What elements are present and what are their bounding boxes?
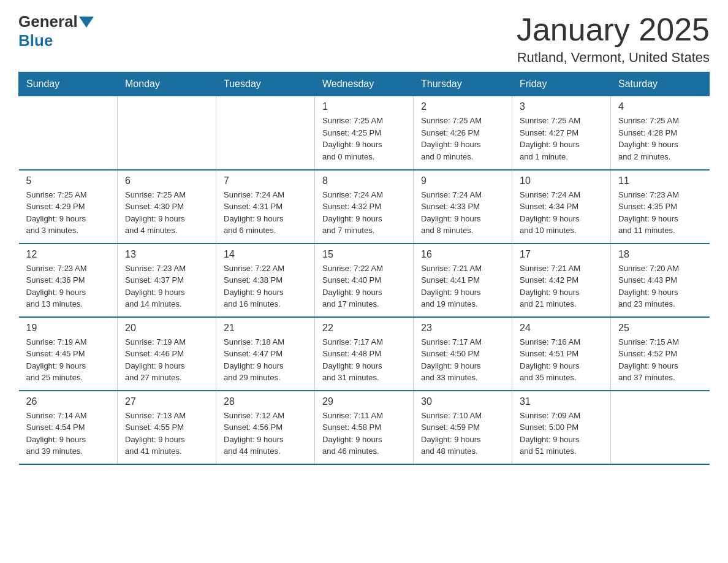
- day-info: Sunrise: 7:23 AMSunset: 4:36 PMDaylight:…: [26, 262, 110, 310]
- day-number: 23: [421, 323, 504, 334]
- day-number: 25: [618, 323, 702, 334]
- day-info: Sunrise: 7:25 AMSunset: 4:25 PMDaylight:…: [322, 115, 406, 163]
- day-info: Sunrise: 7:11 AMSunset: 4:58 PMDaylight:…: [322, 410, 406, 458]
- calendar-day-cell: 19Sunrise: 7:19 AMSunset: 4:45 PMDayligh…: [19, 317, 118, 391]
- calendar-day-cell: 24Sunrise: 7:16 AMSunset: 4:51 PMDayligh…: [512, 317, 611, 391]
- calendar-empty-cell: [611, 391, 710, 464]
- month-title: January 2025: [517, 12, 710, 47]
- day-number: 1: [322, 101, 406, 112]
- day-number: 10: [520, 175, 603, 186]
- day-info: Sunrise: 7:24 AMSunset: 4:33 PMDaylight:…: [421, 189, 504, 237]
- day-info: Sunrise: 7:23 AMSunset: 4:37 PMDaylight:…: [125, 262, 208, 310]
- day-number: 20: [125, 323, 208, 334]
- calendar-day-cell: 17Sunrise: 7:21 AMSunset: 4:42 PMDayligh…: [512, 243, 611, 317]
- calendar-week-row: 12Sunrise: 7:23 AMSunset: 4:36 PMDayligh…: [19, 243, 710, 317]
- calendar-header-tuesday: Tuesday: [216, 72, 315, 96]
- day-number: 28: [224, 396, 307, 407]
- day-info: Sunrise: 7:24 AMSunset: 4:31 PMDaylight:…: [224, 189, 307, 237]
- day-info: Sunrise: 7:23 AMSunset: 4:35 PMDaylight:…: [618, 189, 702, 237]
- calendar-day-cell: 13Sunrise: 7:23 AMSunset: 4:37 PMDayligh…: [118, 243, 216, 317]
- day-number: 11: [618, 175, 702, 186]
- day-info: Sunrise: 7:25 AMSunset: 4:29 PMDaylight:…: [26, 189, 110, 237]
- day-info: Sunrise: 7:25 AMSunset: 4:28 PMDaylight:…: [618, 115, 702, 163]
- day-number: 31: [520, 396, 603, 407]
- calendar-day-cell: 9Sunrise: 7:24 AMSunset: 4:33 PMDaylight…: [414, 170, 512, 243]
- day-number: 29: [322, 396, 406, 407]
- calendar-day-cell: 21Sunrise: 7:18 AMSunset: 4:47 PMDayligh…: [216, 317, 315, 391]
- day-info: Sunrise: 7:18 AMSunset: 4:47 PMDaylight:…: [224, 336, 307, 384]
- calendar-day-cell: 8Sunrise: 7:24 AMSunset: 4:32 PMDaylight…: [315, 170, 414, 243]
- day-number: 17: [520, 249, 603, 260]
- calendar-day-cell: 16Sunrise: 7:21 AMSunset: 4:41 PMDayligh…: [414, 243, 512, 317]
- day-number: 7: [224, 175, 307, 186]
- day-info: Sunrise: 7:21 AMSunset: 4:42 PMDaylight:…: [520, 262, 603, 310]
- calendar-week-row: 26Sunrise: 7:14 AMSunset: 4:54 PMDayligh…: [19, 391, 710, 464]
- day-number: 3: [520, 101, 603, 112]
- calendar-week-row: 1Sunrise: 7:25 AMSunset: 4:25 PMDaylight…: [19, 96, 710, 170]
- day-number: 6: [125, 175, 208, 186]
- day-number: 12: [26, 249, 110, 260]
- day-info: Sunrise: 7:13 AMSunset: 4:55 PMDaylight:…: [125, 410, 208, 458]
- day-info: Sunrise: 7:12 AMSunset: 4:56 PMDaylight:…: [224, 410, 307, 458]
- calendar-day-cell: 23Sunrise: 7:17 AMSunset: 4:50 PMDayligh…: [414, 317, 512, 391]
- day-number: 13: [125, 249, 208, 260]
- calendar-day-cell: 6Sunrise: 7:25 AMSunset: 4:30 PMDaylight…: [118, 170, 216, 243]
- calendar-table: SundayMondayTuesdayWednesdayThursdayFrid…: [18, 72, 710, 465]
- calendar-header-saturday: Saturday: [611, 72, 710, 96]
- calendar-day-cell: 4Sunrise: 7:25 AMSunset: 4:28 PMDaylight…: [611, 96, 710, 170]
- day-number: 27: [125, 396, 208, 407]
- day-info: Sunrise: 7:19 AMSunset: 4:45 PMDaylight:…: [26, 336, 110, 384]
- calendar-day-cell: 11Sunrise: 7:23 AMSunset: 4:35 PMDayligh…: [611, 170, 710, 243]
- day-number: 16: [421, 249, 504, 260]
- day-info: Sunrise: 7:15 AMSunset: 4:52 PMDaylight:…: [618, 336, 702, 384]
- day-info: Sunrise: 7:17 AMSunset: 4:50 PMDaylight:…: [421, 336, 504, 384]
- day-number: 2: [421, 101, 504, 112]
- calendar-day-cell: 18Sunrise: 7:20 AMSunset: 4:43 PMDayligh…: [611, 243, 710, 317]
- calendar-day-cell: 20Sunrise: 7:19 AMSunset: 4:46 PMDayligh…: [118, 317, 216, 391]
- day-number: 24: [520, 323, 603, 334]
- page-header: General Blue January 2025 Rutland, Vermo…: [18, 12, 710, 66]
- calendar-day-cell: 15Sunrise: 7:22 AMSunset: 4:40 PMDayligh…: [315, 243, 414, 317]
- calendar-day-cell: 28Sunrise: 7:12 AMSunset: 4:56 PMDayligh…: [216, 391, 315, 464]
- calendar-header-thursday: Thursday: [414, 72, 512, 96]
- calendar-day-cell: 29Sunrise: 7:11 AMSunset: 4:58 PMDayligh…: [315, 391, 414, 464]
- day-number: 19: [26, 323, 110, 334]
- day-info: Sunrise: 7:22 AMSunset: 4:38 PMDaylight:…: [224, 262, 307, 310]
- calendar-day-cell: 7Sunrise: 7:24 AMSunset: 4:31 PMDaylight…: [216, 170, 315, 243]
- calendar-header-monday: Monday: [118, 72, 216, 96]
- day-number: 14: [224, 249, 307, 260]
- calendar-day-cell: 26Sunrise: 7:14 AMSunset: 4:54 PMDayligh…: [19, 391, 118, 464]
- day-number: 22: [322, 323, 406, 334]
- day-info: Sunrise: 7:10 AMSunset: 4:59 PMDaylight:…: [421, 410, 504, 458]
- day-number: 9: [421, 175, 504, 186]
- day-number: 4: [618, 101, 702, 112]
- calendar-empty-cell: [216, 96, 315, 170]
- calendar-header-sunday: Sunday: [19, 72, 118, 96]
- calendar-day-cell: 31Sunrise: 7:09 AMSunset: 5:00 PMDayligh…: [512, 391, 611, 464]
- day-info: Sunrise: 7:09 AMSunset: 5:00 PMDaylight:…: [520, 410, 603, 458]
- calendar-empty-cell: [19, 96, 118, 170]
- title-section: January 2025 Rutland, Vermont, United St…: [517, 12, 710, 66]
- logo-blue-text: Blue: [18, 31, 53, 50]
- day-info: Sunrise: 7:25 AMSunset: 4:30 PMDaylight:…: [125, 189, 208, 237]
- day-number: 18: [618, 249, 702, 260]
- calendar-day-cell: 10Sunrise: 7:24 AMSunset: 4:34 PMDayligh…: [512, 170, 611, 243]
- logo-arrow-icon: [79, 17, 94, 28]
- calendar-header-row: SundayMondayTuesdayWednesdayThursdayFrid…: [19, 72, 710, 96]
- calendar-day-cell: 2Sunrise: 7:25 AMSunset: 4:26 PMDaylight…: [414, 96, 512, 170]
- day-info: Sunrise: 7:16 AMSunset: 4:51 PMDaylight:…: [520, 336, 603, 384]
- day-info: Sunrise: 7:22 AMSunset: 4:40 PMDaylight:…: [322, 262, 406, 310]
- logo-general-text: General: [18, 12, 78, 31]
- day-info: Sunrise: 7:19 AMSunset: 4:46 PMDaylight:…: [125, 336, 208, 384]
- calendar-day-cell: 3Sunrise: 7:25 AMSunset: 4:27 PMDaylight…: [512, 96, 611, 170]
- day-info: Sunrise: 7:25 AMSunset: 4:26 PMDaylight:…: [421, 115, 504, 163]
- location-subtitle: Rutland, Vermont, United States: [517, 50, 710, 66]
- day-info: Sunrise: 7:21 AMSunset: 4:41 PMDaylight:…: [421, 262, 504, 310]
- calendar-day-cell: 27Sunrise: 7:13 AMSunset: 4:55 PMDayligh…: [118, 391, 216, 464]
- calendar-day-cell: 1Sunrise: 7:25 AMSunset: 4:25 PMDaylight…: [315, 96, 414, 170]
- day-number: 21: [224, 323, 307, 334]
- calendar-header-wednesday: Wednesday: [315, 72, 414, 96]
- calendar-day-cell: 12Sunrise: 7:23 AMSunset: 4:36 PMDayligh…: [19, 243, 118, 317]
- calendar-day-cell: 22Sunrise: 7:17 AMSunset: 4:48 PMDayligh…: [315, 317, 414, 391]
- day-info: Sunrise: 7:24 AMSunset: 4:32 PMDaylight:…: [322, 189, 406, 237]
